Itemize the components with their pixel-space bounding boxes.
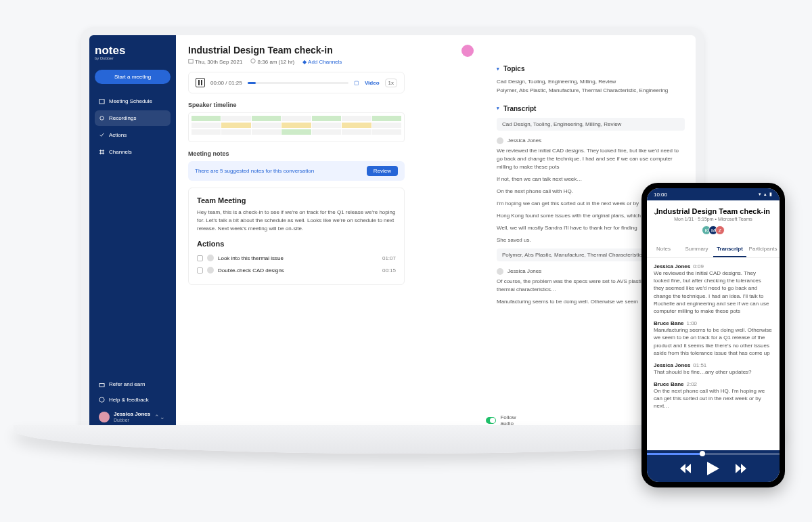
logo-sub: by Dubber: [95, 56, 171, 60]
notes-card: Team Meeting Hey team, this is a check-i…: [188, 188, 405, 285]
chevron-updown-icon: ⌃⌄: [154, 414, 165, 420]
gift-icon: [99, 381, 105, 387]
pause-button[interactable]: [196, 78, 205, 87]
action-text: Double-check CAD designs: [218, 267, 284, 274]
user-org: Dubber: [114, 418, 150, 422]
transcript-line: We reviewed the initial CAD designs. The…: [497, 147, 685, 171]
phone-mockup: 10:00 ▾ ▴ ▮ ⌄ Industrial Design Team che…: [641, 183, 785, 487]
sidebar-item-schedule[interactable]: Meeting Schedule: [95, 93, 171, 109]
speaker-timeline[interactable]: [188, 112, 405, 142]
notes-title: Team Meeting: [197, 196, 396, 204]
transcript-entry: Bruce Bane2:02 On the next phone call wi…: [654, 381, 773, 410]
start-meeting-button[interactable]: Start a meeting: [95, 70, 171, 84]
user-name: Jessica Jones: [114, 412, 150, 418]
topics-toggle[interactable]: ▾Topics: [497, 65, 685, 72]
transcript-entry: Bruce Bane1:00 Manufacturing seems to be…: [654, 320, 773, 357]
phone-scrubber[interactable]: [647, 453, 780, 455]
speaker-avatar: [497, 268, 503, 275]
speaker-avatar: [497, 137, 503, 144]
transcript-entry: Jessica Jones01:51 That should be fine…a…: [654, 362, 773, 376]
participant-avatars[interactable]: K M Z: [654, 225, 773, 235]
meeting-meta: Thu, 30th Sep 2021 8:36 am (12 hr) ◆ Add…: [188, 58, 474, 65]
meeting-time: 8:36 am (12 hr): [258, 59, 295, 65]
chevron-down-icon: ▾: [497, 66, 499, 72]
action-timestamp: 00:15: [382, 267, 396, 274]
main-content: Industrial Design Team check-in Thu, 30t…: [176, 35, 486, 433]
phone-header: ⌄ Industrial Design Team check-in Mon 1/…: [647, 200, 780, 242]
phone-title: Industrial Design Team check-in: [654, 207, 773, 215]
suggested-notes-banner: There are 5 suggested notes for this con…: [188, 161, 405, 181]
phone-tabs: Notes Summary Transcript Participants: [647, 242, 780, 258]
forward-button[interactable]: [736, 464, 746, 473]
review-button[interactable]: Review: [367, 166, 398, 176]
transcript-line: If not, then we can talk next week…: [497, 175, 685, 183]
status-bar: 10:00 ▾ ▴ ▮: [647, 188, 780, 200]
sidebar-item-recordings[interactable]: Recordings: [95, 110, 171, 126]
video-button[interactable]: Video: [365, 80, 380, 86]
audio-player: 00:00 / 01:25 ▢ Video 1x: [188, 72, 405, 93]
banner-text: There are 5 suggested notes for this con…: [195, 168, 314, 174]
transcript-topic-chip: Cad Design, Tooling, Engineering, Millin…: [497, 118, 685, 131]
add-channels-link[interactable]: ◆ Add Channels: [302, 59, 342, 65]
checkbox[interactable]: [197, 255, 203, 261]
svg-point-1: [100, 116, 104, 120]
transcript-speaker: Jessica Jones: [497, 137, 685, 144]
svg-point-3: [99, 397, 104, 402]
meeting-date: Thu, 30th Sep 2021: [195, 59, 242, 65]
tab-summary[interactable]: Summary: [680, 242, 713, 257]
check-icon: [99, 132, 105, 138]
sidebar-item-actions[interactable]: Actions: [95, 127, 171, 143]
action-timestamp: 01:07: [382, 255, 396, 261]
account-avatar[interactable]: [461, 45, 474, 57]
logo: notes: [95, 45, 171, 56]
speed-button[interactable]: 1x: [385, 79, 397, 87]
transcript-entry: Jessica Jones0:09 We reviewed the initia…: [654, 263, 773, 315]
rewind-button[interactable]: [680, 464, 691, 473]
scrubber[interactable]: [248, 82, 348, 84]
player-time: 00:00 / 01:25: [210, 80, 242, 86]
actions-heading: Actions: [197, 240, 396, 248]
nav-label: Actions: [109, 132, 127, 138]
refer-label: Refer and earn: [109, 381, 145, 387]
tab-transcript[interactable]: Transcript: [713, 242, 746, 257]
sidebar-item-channels[interactable]: Channels: [95, 144, 171, 160]
avatar: Z: [715, 225, 725, 235]
notes-body: Hey team, this is a check-in to see if w…: [197, 209, 396, 233]
svg-rect-0: [99, 100, 104, 104]
recordings-icon: [99, 115, 105, 121]
svg-rect-2: [99, 384, 104, 387]
svg-rect-4: [189, 60, 193, 64]
calendar-icon: [99, 98, 105, 104]
phone-transcript[interactable]: Jessica Jones0:09 We reviewed the initia…: [647, 258, 780, 450]
clock: 10:00: [654, 192, 667, 198]
nav-label: Recordings: [109, 115, 136, 121]
chevron-down-icon: ▾: [497, 106, 499, 111]
svg-rect-7: [201, 80, 202, 85]
action-item[interactable]: Look into this thermal issue 01:07: [197, 252, 396, 264]
speaker-timeline-heading: Speaker timeline: [188, 102, 474, 108]
back-button[interactable]: ⌄: [652, 207, 659, 217]
status-icons: ▾ ▴ ▮: [759, 192, 773, 197]
meeting-notes-heading: Meeting notes: [188, 150, 474, 157]
page-title: Industrial Design Team check-in: [188, 45, 474, 56]
sidebar: notes by Dubber Start a meeting Meeting …: [89, 35, 176, 433]
nav-label: Channels: [109, 149, 132, 155]
follow-audio-toggle[interactable]: [486, 417, 496, 424]
refer-link[interactable]: Refer and earn: [95, 376, 171, 392]
svg-point-5: [251, 59, 255, 63]
topics-list: Cad Design, Tooling, Engineering, Millin…: [497, 78, 685, 95]
checkbox[interactable]: [197, 267, 203, 274]
transcript-toggle[interactable]: ▾Transcript: [497, 105, 685, 112]
assignee-avatar: [207, 267, 214, 274]
phone-subtitle: Mon 1/31 · 5:15pm • Microsoft Teams: [654, 217, 773, 221]
play-button[interactable]: [707, 462, 719, 475]
user-menu[interactable]: Jessica Jones Dubber ⌃⌄: [95, 408, 171, 427]
help-label: Help & feedback: [109, 397, 149, 403]
phone-player: [647, 450, 780, 482]
help-link[interactable]: Help & feedback: [95, 392, 171, 408]
tab-participants[interactable]: Participants: [746, 242, 780, 257]
action-text: Look into this thermal issue: [218, 255, 284, 261]
tab-notes[interactable]: Notes: [647, 242, 680, 257]
action-item[interactable]: Double-check CAD designs 00:15: [197, 264, 396, 276]
hash-icon: [99, 149, 105, 155]
